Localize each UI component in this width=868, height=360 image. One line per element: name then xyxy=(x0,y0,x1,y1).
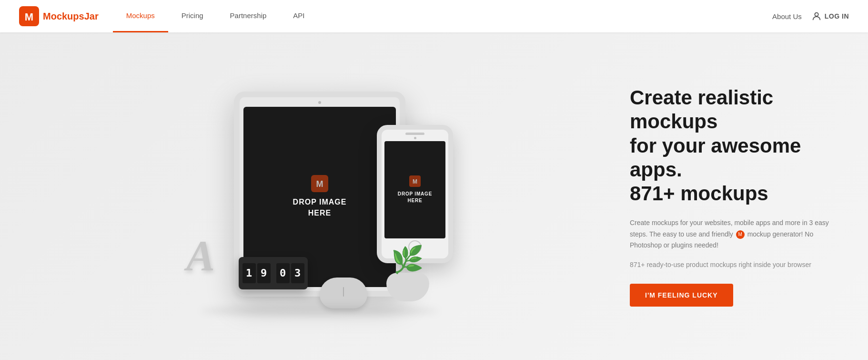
logo-icon: M xyxy=(19,6,39,26)
hero-description: Create mockups for your websites, mobile… xyxy=(630,217,830,251)
user-icon xyxy=(811,11,822,21)
hero-scene: A M DROP IMAGEHERE xyxy=(38,77,601,316)
tablet-logo-icon: M xyxy=(311,175,328,192)
hero-section: A M DROP IMAGEHERE xyxy=(0,32,868,360)
clock-minutes: 0 3 xyxy=(276,263,304,283)
tablet-camera xyxy=(318,101,321,104)
phone-logo-icon: M xyxy=(409,175,421,187)
login-button[interactable]: LOG IN xyxy=(811,11,849,21)
logo-link[interactable]: M MockupsJar xyxy=(19,6,99,26)
phone-camera xyxy=(414,137,416,139)
nav-pricing[interactable]: Pricing xyxy=(168,0,217,32)
svg-text:M: M xyxy=(413,178,417,185)
clock-digit-m1: 0 xyxy=(276,263,290,283)
hero-title: Create realistic mockups for your awesom… xyxy=(630,86,830,206)
svg-point-2 xyxy=(815,13,818,16)
clock-digit-h1: 1 xyxy=(242,263,256,283)
phone-speaker xyxy=(405,133,424,135)
feeling-lucky-button[interactable]: I'M FEELING LUCKY xyxy=(630,284,733,307)
nav-partnership[interactable]: Partnership xyxy=(217,0,280,32)
mockupjar-inline-icon: M xyxy=(736,230,745,239)
phone-screen[interactable]: M DROP IMAGEHERE xyxy=(384,141,445,238)
scene-shadow xyxy=(201,306,439,316)
svg-text:M: M xyxy=(316,179,323,189)
plant-prop: 🌿 xyxy=(386,273,429,301)
hero-sub-text: 871+ ready-to-use product mockups right … xyxy=(630,261,830,268)
mouse-scroll-wheel xyxy=(343,287,344,297)
tablet-drop-text: DROP IMAGEHERE xyxy=(293,197,347,218)
svg-text:M: M xyxy=(25,11,33,23)
hero-content: Create realistic mockups for your awesom… xyxy=(630,86,830,307)
header: M MockupsJar Mockups Pricing Partnership… xyxy=(0,0,868,32)
nav-api[interactable]: API xyxy=(280,0,318,32)
nav-about[interactable]: About Us xyxy=(772,12,802,21)
prop-letter-a: A xyxy=(186,235,215,278)
mouse-prop xyxy=(320,278,367,309)
logo-text: MockupsJar xyxy=(43,11,99,22)
main-nav: Mockups Pricing Partnership API xyxy=(113,0,318,32)
clock-prop: 1 9 0 3 xyxy=(239,257,308,289)
clock-hours: 1 9 xyxy=(242,263,271,283)
clock-digit-m2: 3 xyxy=(291,263,304,283)
phone-drop-text: DROP IMAGEHERE xyxy=(398,191,432,204)
scene-container: A M DROP IMAGEHERE xyxy=(172,77,467,316)
nav-right: About Us LOG IN xyxy=(772,11,849,21)
phone-mockup[interactable]: M DROP IMAGEHERE xyxy=(377,125,453,263)
plant-leaves: 🌿 xyxy=(391,247,424,273)
clock-digit-h2: 9 xyxy=(257,263,271,283)
nav-mockups[interactable]: Mockups xyxy=(113,0,168,32)
